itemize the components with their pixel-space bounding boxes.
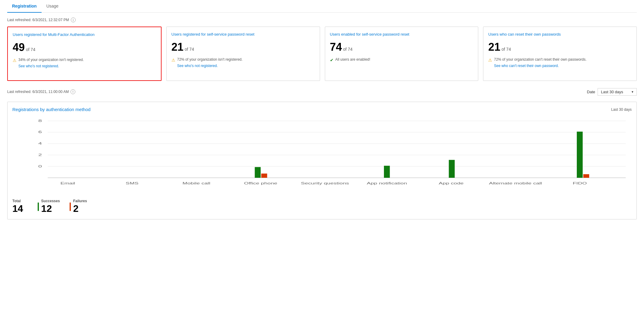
- legend-failure-label: Failures: [73, 199, 87, 203]
- bar-app-notification-success: [384, 166, 390, 178]
- card-can-reset-title[interactable]: Users who can reset their own passwords: [488, 32, 632, 37]
- card-can-reset: Users who can reset their own passwords …: [483, 27, 637, 81]
- success-icon-sspr-ena: ✔: [330, 57, 334, 63]
- refresh-top: Last refreshed: 6/3/2021, 12:32:07 PM i: [7, 18, 637, 22]
- chart-title: Registrations by authentication method: [12, 107, 90, 112]
- legend-success-count: 12: [41, 203, 60, 214]
- card-sspr-reg-small: of 74: [185, 47, 194, 52]
- bar-fido-failure: [583, 174, 589, 178]
- tab-registration[interactable]: Registration: [7, 0, 42, 13]
- card-can-reset-count: 21 of 74: [488, 41, 632, 53]
- refresh-chart: Last refreshed: 6/3/2021, 11:00:00 AM i: [7, 89, 75, 94]
- legend-failure: Failures 2: [70, 199, 87, 214]
- card-mfa-warning-text: 34% of your organization isn't registere…: [18, 58, 84, 62]
- tabs-container: Registration Usage: [7, 0, 637, 13]
- card-can-reset-big: 21: [488, 41, 500, 53]
- card-sspr-ena-small: of 74: [343, 47, 353, 52]
- svg-text:FIDO: FIDO: [573, 181, 587, 185]
- card-mfa: Users registered for Multi-Factor Authen…: [7, 27, 162, 81]
- legend-total: Total 14: [12, 199, 23, 214]
- date-value: Last 30 days: [601, 90, 623, 94]
- svg-text:Alternate mobile call: Alternate mobile call: [489, 181, 542, 185]
- svg-text:2: 2: [38, 153, 42, 157]
- card-sspr-ena-warning-text: All users are enabled!: [335, 57, 370, 62]
- card-sspr-reg-warning: ⚠ 72% of your organization isn't registe…: [171, 57, 315, 69]
- legend-failure-count: 2: [73, 203, 87, 214]
- summary-cards: Users registered for Multi-Factor Authen…: [7, 27, 637, 81]
- legend-row: Total 14 Successes 12 Failures 2: [12, 199, 632, 214]
- failure-bar-indicator: [70, 203, 71, 211]
- svg-text:App code: App code: [439, 181, 464, 185]
- card-sspr-ena-count: 74 of 74: [330, 41, 473, 53]
- svg-text:Email: Email: [61, 181, 75, 185]
- date-label: Date: [587, 90, 595, 94]
- legend-success-label: Successes: [41, 199, 60, 203]
- date-dropdown[interactable]: Last 30 days ▾: [598, 88, 637, 96]
- bar-office-phone-success: [255, 167, 261, 178]
- card-can-reset-small: of 74: [501, 47, 511, 52]
- card-mfa-small: of 74: [26, 47, 35, 52]
- svg-text:SMS: SMS: [126, 181, 138, 185]
- bar-app-code-success: [449, 160, 455, 178]
- svg-text:Office phone: Office phone: [244, 181, 278, 185]
- chevron-down-icon: ▾: [632, 90, 633, 94]
- card-sspr-reg-link[interactable]: See who's not registered.: [177, 63, 243, 69]
- chart-header: Registrations by authentication method L…: [12, 107, 632, 112]
- legend-total-value: 14: [12, 203, 23, 214]
- card-sspr-reg-big: 21: [171, 41, 184, 53]
- bar-office-phone-failure: [261, 174, 267, 178]
- svg-text:6: 6: [38, 130, 42, 134]
- card-mfa-title[interactable]: Users registered for Multi-Factor Authen…: [13, 32, 156, 37]
- bar-fido-success: [577, 132, 583, 178]
- card-sspr-ena-big: 74: [330, 41, 342, 53]
- chart-header-row: Last refreshed: 6/3/2021, 11:00:00 AM i …: [7, 88, 637, 99]
- refresh-top-label: Last refreshed: 6/3/2021, 12:32:07 PM: [7, 18, 69, 22]
- svg-text:8: 8: [38, 119, 42, 123]
- svg-text:Security questions: Security questions: [301, 181, 349, 185]
- info-icon-chart[interactable]: i: [71, 89, 75, 94]
- chart-area: 8 6 4 2 0: [12, 114, 632, 199]
- card-sspr-reg-warning-text: 72% of your organization isn't registere…: [177, 57, 243, 62]
- svg-text:4: 4: [38, 141, 42, 145]
- tab-usage[interactable]: Usage: [42, 0, 63, 13]
- card-sspr-enabled: Users enabled for self-service password …: [325, 27, 479, 81]
- card-mfa-link[interactable]: See who's not registered.: [18, 64, 84, 69]
- card-sspr-reg-title[interactable]: Users registered for self-service passwo…: [171, 32, 315, 37]
- chart-period: Last 30 days: [611, 107, 632, 112]
- info-icon-top[interactable]: i: [71, 18, 76, 22]
- card-mfa-count: 49 of 74: [13, 41, 156, 54]
- legend-total-label: Total: [12, 199, 23, 203]
- date-row: Date Last 30 days ▾: [587, 88, 637, 96]
- chart-section: Registrations by authentication method L…: [7, 102, 637, 219]
- card-can-reset-warning: ⚠ 72% of your organization can't reset t…: [488, 57, 632, 69]
- card-sspr-registered: Users registered for self-service passwo…: [166, 27, 320, 81]
- card-can-reset-link[interactable]: See who can't reset their own password.: [494, 63, 586, 69]
- card-mfa-warning: ⚠ 34% of your organization isn't registe…: [13, 57, 156, 69]
- warning-icon-mfa: ⚠: [13, 58, 17, 64]
- card-can-reset-warning-text: 72% of your organization can't reset the…: [494, 57, 586, 62]
- svg-text:Mobile call: Mobile call: [182, 181, 210, 185]
- chart-svg: 8 6 4 2 0: [12, 114, 632, 199]
- card-sspr-ena-warning: ✔ All users are enabled!: [330, 57, 473, 63]
- legend-success: Successes 12: [38, 199, 60, 214]
- card-mfa-big: 49: [13, 41, 25, 54]
- warning-icon-sspr-reg: ⚠: [171, 57, 175, 63]
- refresh-chart-label: Last refreshed: 6/3/2021, 11:00:00 AM: [7, 90, 69, 94]
- card-sspr-reg-count: 21 of 74: [171, 41, 315, 53]
- warning-icon-can-reset: ⚠: [488, 57, 492, 63]
- svg-text:App notification: App notification: [367, 181, 407, 185]
- success-bar-indicator: [38, 203, 39, 211]
- svg-text:0: 0: [38, 164, 42, 168]
- card-sspr-ena-title[interactable]: Users enabled for self-service password …: [330, 32, 473, 37]
